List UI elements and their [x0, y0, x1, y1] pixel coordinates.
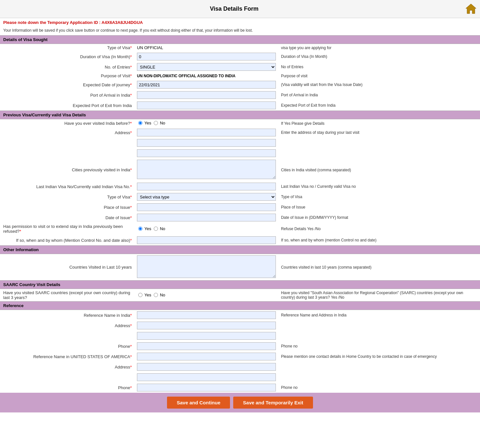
svg-marker-0: [466, 4, 476, 14]
temp-id-row: Please note down the Temporary Applicati…: [0, 18, 480, 27]
info-text: Your Information will be saved if you cl…: [0, 27, 480, 35]
port-exit-label: Expected Port of Exit from India: [0, 100, 134, 111]
refused-no-radio[interactable]: [154, 227, 158, 231]
ref-name-india-input[interactable]: [137, 311, 276, 319]
ref-name-us-hint: Please mention one contact details in Ho…: [278, 351, 480, 362]
last-visa-input[interactable]: [137, 183, 276, 190]
prev-address-input-1[interactable]: [137, 129, 276, 136]
home-icon[interactable]: [465, 3, 477, 15]
cities-textarea[interactable]: [137, 160, 276, 179]
prev-address-hint: Enter the address of stay during your la…: [278, 127, 480, 138]
saarc-yes-label[interactable]: Yes: [137, 293, 151, 297]
prev-address-input-3[interactable]: [137, 149, 276, 157]
section-prev-visa: Previous Visa/Currently valid Visa Detai…: [0, 111, 480, 119]
purpose-label: Purpose of Visit*: [0, 72, 134, 80]
save-continue-button[interactable]: Save and Continue: [167, 397, 230, 409]
place-issue-label: Place of Issue*: [0, 202, 134, 212]
ref-name-us-input[interactable]: [137, 353, 276, 360]
type-of-visa-value: UN OFFICIAL: [137, 45, 163, 50]
type-of-visa-label: Type of Visa*: [0, 44, 134, 51]
ref-address-india-input-2[interactable]: [137, 332, 276, 340]
duration-input[interactable]: [137, 53, 276, 60]
ref-phone-us-hint: Phone no: [278, 382, 480, 393]
visited-yes-radio[interactable]: [138, 121, 142, 125]
saarc-hint: Have you visited "South Asian Associatio…: [278, 289, 480, 301]
ref-phone-india-input[interactable]: [137, 342, 276, 350]
expected-date-label: Expected Date of journey*: [0, 80, 134, 90]
visited-yes-label[interactable]: Yes: [137, 121, 151, 125]
prev-address-input-2[interactable]: [137, 139, 276, 147]
visited-no-radio[interactable]: [154, 121, 158, 125]
date-issue-hint: Date of Issue in (DD/MM/YYYY) format: [278, 212, 480, 223]
refused-hint: Refuse Details Yes /No: [278, 223, 480, 235]
purpose-value: UN NON-DIPLOMATIC OFFICIAL ASSIGNED TO I…: [137, 74, 235, 78]
refused-label: Has permission to visit or to extend sta…: [0, 223, 134, 235]
refused-yes-label[interactable]: Yes: [137, 226, 151, 231]
prev-address-label: Address*: [0, 127, 134, 138]
ref-name-us-label: Reference Name in UNITED STATES OF AMERI…: [0, 351, 134, 362]
expected-date-hint: (Visa validity will start from the Visa …: [278, 80, 480, 90]
ref-address-india-label: Address*: [0, 320, 134, 331]
prev-visa-type-select[interactable]: Select visa type Tourist Business Studen…: [137, 193, 276, 201]
port-arrival-input[interactable]: [137, 91, 276, 99]
port-exit-hint: Expected Port of Exit from India: [278, 100, 480, 111]
page-title: Visa Details Form: [3, 5, 465, 12]
type-of-visa-hint: visa type you are applying for: [278, 44, 480, 51]
section-visa-sought: Details of Visa Sought: [0, 35, 480, 44]
duration-hint: Duration of Visa (In Month): [278, 51, 480, 62]
ref-phone-us-label: Phone*: [0, 382, 134, 393]
date-issue-label: Date of Issue*: [0, 212, 134, 223]
section-other-info: Other Information: [0, 245, 480, 254]
port-arrival-label: Port of Arrival in India*: [0, 90, 134, 100]
saarc-no-radio[interactable]: [154, 293, 158, 297]
visited-before-hint: If Yes Please give Details: [278, 119, 480, 127]
ref-phone-us-input[interactable]: [137, 384, 276, 391]
saarc-label: Have you visited SAARC countries (except…: [0, 289, 134, 301]
expected-date-input[interactable]: [137, 81, 276, 89]
countries-hint: Countries visited in last 10 years (comm…: [278, 254, 480, 280]
last-visa-label: Last Indian Visa No/Currently valid Indi…: [0, 181, 134, 192]
temp-id-label: Please note down the Temporary Applicati…: [3, 20, 100, 25]
prev-visa-type-label: Type of Visa*: [0, 192, 134, 202]
visited-before-label: Have you ever visited India before?*: [0, 119, 134, 127]
cities-hint: Cities in India visited (comma separated…: [278, 158, 480, 181]
countries-textarea[interactable]: [137, 255, 276, 278]
entries-hint: No of Entries: [278, 62, 480, 72]
ref-phone-india-hint: Phone no: [278, 341, 480, 351]
section-reference: Reference: [0, 301, 480, 310]
date-issue-input[interactable]: [137, 214, 276, 221]
save-exit-button[interactable]: Save and Temporarily Exit: [233, 397, 313, 409]
section-saarc: SAARC Country Visit Details: [0, 280, 480, 289]
ref-address-india-input-1[interactable]: [137, 322, 276, 329]
refused-control-hint: If so, when and by whom (mention Control…: [278, 235, 480, 245]
ref-name-india-label: Reference Name in India*: [0, 310, 134, 320]
saarc-yes-radio[interactable]: [138, 293, 142, 297]
refused-control-input[interactable]: [137, 236, 276, 244]
visited-no-label[interactable]: No: [152, 121, 165, 125]
port-exit-input[interactable]: [137, 101, 276, 109]
place-issue-hint: Place of Issue: [278, 202, 480, 212]
ref-name-india-hint: Reference Name and Address in India: [278, 310, 480, 320]
saarc-no-label[interactable]: No: [152, 293, 165, 297]
ref-address-us-input-2[interactable]: [137, 373, 276, 381]
ref-address-us-label: Address*: [0, 362, 134, 372]
duration-label: Duration of Visa (In Month)*: [0, 51, 134, 62]
countries-label: Countries Visited in Last 10 years: [0, 254, 134, 280]
cities-label: Cities previously visited in India*: [0, 158, 134, 181]
refused-yes-radio[interactable]: [138, 227, 142, 231]
temp-id-value: A4X6A3A8JU4DGUA: [101, 20, 143, 25]
place-issue-input[interactable]: [137, 203, 276, 211]
entries-label: No. of Entries*: [0, 62, 134, 72]
refused-no-label[interactable]: No: [152, 226, 165, 231]
refused-control-label: If so, when and by whom (Mention Control…: [0, 235, 134, 245]
port-arrival-hint: Port of Arrival in India: [278, 90, 480, 100]
entries-select[interactable]: SINGLE DOUBLE MULTIPLE: [137, 63, 276, 71]
purpose-hint: Purpose of visit: [278, 72, 480, 80]
ref-address-us-input-1[interactable]: [137, 363, 276, 371]
prev-visa-type-hint: Type of Visa: [278, 192, 480, 202]
button-row: Save and Continue Save and Temporarily E…: [0, 393, 480, 412]
ref-phone-india-label: Phone*: [0, 341, 134, 351]
last-visa-hint: Last Indian Visa no / Currently valid Vi…: [278, 181, 480, 192]
